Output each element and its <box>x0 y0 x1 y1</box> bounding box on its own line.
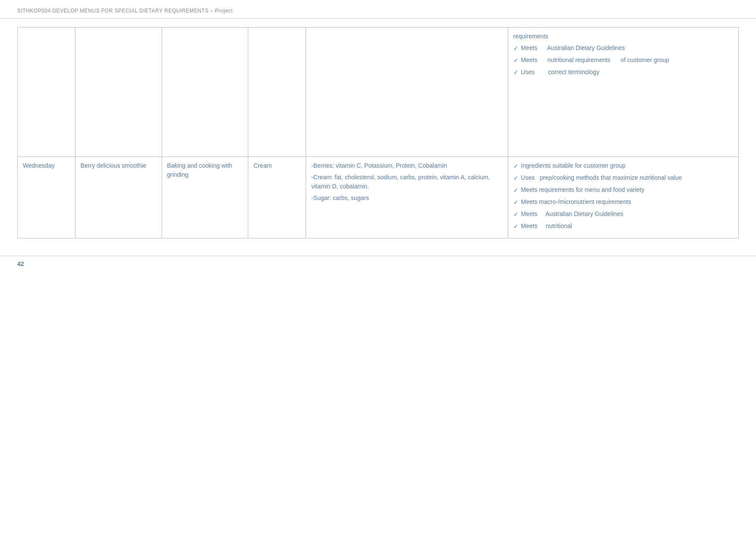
criteria-text-australian: Meets Australian Dietary Guidelines <box>521 44 733 53</box>
nutrient-cream: -Cream: fat, cholesterol, sodium, carbs,… <box>311 173 502 191</box>
header-title: SITHKOP004 DEVELOP MENUS FOR SPECIAL DIE… <box>17 8 233 14</box>
upper-day-cell <box>18 28 75 157</box>
page-number: 42 <box>17 260 24 267</box>
wed-criteria-meets-nutritional: ✓ Meets nutritional <box>513 222 733 231</box>
page-footer: 42 <box>0 256 756 272</box>
criteria-item-nutritional: ✓ Meets nutritional requirements of cust… <box>513 56 733 65</box>
nutrient-berries-text: -Berries: vitamin C, Potassium, Protein,… <box>311 162 447 169</box>
check-icon-ingredients: ✓ <box>513 162 519 171</box>
check-icon-nutritional: ✓ <box>513 56 519 65</box>
wednesday-color-cell: Cream <box>248 157 306 238</box>
check-icon-prep: ✓ <box>513 174 519 183</box>
main-table: requirements ✓ Meets Australian Dietary … <box>17 27 739 238</box>
wed-criteria-aust-text: Meets Australian Dietary Guidelines <box>521 210 733 219</box>
wednesday-day: Wednesday <box>23 162 55 169</box>
wed-criteria-ingredients: ✓ Ingredients suitable for customer grou… <box>513 161 733 171</box>
check-icon-terminology: ✓ <box>513 68 519 77</box>
wed-criteria-prep-text: Uses prep/cooking methods that maximize … <box>521 173 733 182</box>
upper-criteria-cell: requirements ✓ Meets Australian Dietary … <box>508 28 738 157</box>
check-icon-menu: ✓ <box>513 186 519 195</box>
criteria-text-nutritional: Meets nutritional requirements of custom… <box>521 56 733 65</box>
wed-criteria-aust: ✓ Meets Australian Dietary Guidelines <box>513 210 733 219</box>
page-header: SITHKOP004 DEVELOP MENUS FOR SPECIAL DIE… <box>0 0 756 19</box>
upper-method-cell <box>162 28 248 157</box>
nutrient-cream-text: -Cream: fat, cholesterol, sodium, carbs,… <box>311 174 490 190</box>
check-icon-meets-nutritional: ✓ <box>513 222 519 231</box>
check-icon-aust: ✓ <box>513 210 519 219</box>
wednesday-dish: Berry delicious smoothie <box>81 162 147 169</box>
criteria-text-requirements: requirements <box>513 32 733 41</box>
upper-dish-cell <box>75 28 162 157</box>
wednesday-day-cell: Wednesday <box>18 157 75 238</box>
wednesday-method-cell: Baking and cooking with grinding <box>162 157 248 238</box>
wed-criteria-menu: ✓ Meets requirements for menu and food v… <box>513 185 733 195</box>
page-content: requirements ✓ Meets Australian Dietary … <box>0 19 756 256</box>
nutrient-sugar: -Sugar: carbs, sugars <box>311 194 502 203</box>
upper-color-cell <box>248 28 306 157</box>
check-icon-macro: ✓ <box>513 198 519 207</box>
upper-nutrients-cell <box>306 28 508 157</box>
wednesday-criteria-cell: ✓ Ingredients suitable for customer grou… <box>508 157 738 238</box>
wednesday-dish-cell: Berry delicious smoothie <box>75 157 162 238</box>
check-icon-australian: ✓ <box>513 44 519 53</box>
wed-criteria-macro: ✓ Meets macro-/micronutrient requirement… <box>513 197 733 207</box>
wed-criteria-macro-text: Meets macro-/micronutrient requirements <box>521 197 733 206</box>
wednesday-color: Cream <box>253 162 272 169</box>
nutrient-berries: -Berries: vitamin C, Potassium, Protein,… <box>311 161 502 170</box>
table-row-upper: requirements ✓ Meets Australian Dietary … <box>18 28 739 157</box>
criteria-item-requirements: requirements <box>513 32 733 41</box>
wed-criteria-menu-text: Meets requirements for menu and food var… <box>521 185 733 194</box>
criteria-item-australian: ✓ Meets Australian Dietary Guidelines <box>513 44 733 53</box>
wednesday-method: Baking and cooking with grinding <box>167 162 232 178</box>
criteria-text-terminology: Uses correct terminology <box>521 68 733 77</box>
wed-criteria-meets-nutritional-text: Meets nutritional <box>521 222 733 231</box>
table-row-wednesday: Wednesday Berry delicious smoothie Bakin… <box>18 157 739 238</box>
nutrient-sugar-text: -Sugar: carbs, sugars <box>311 194 369 201</box>
wed-criteria-ingredients-text: Ingredients suitable for customer group <box>521 161 733 170</box>
criteria-item-terminology: ✓ Uses correct terminology <box>513 68 733 77</box>
wed-criteria-prep: ✓ Uses prep/cooking methods that maximiz… <box>513 173 733 183</box>
wednesday-nutrients-cell: -Berries: vitamin C, Potassium, Protein,… <box>306 157 508 238</box>
